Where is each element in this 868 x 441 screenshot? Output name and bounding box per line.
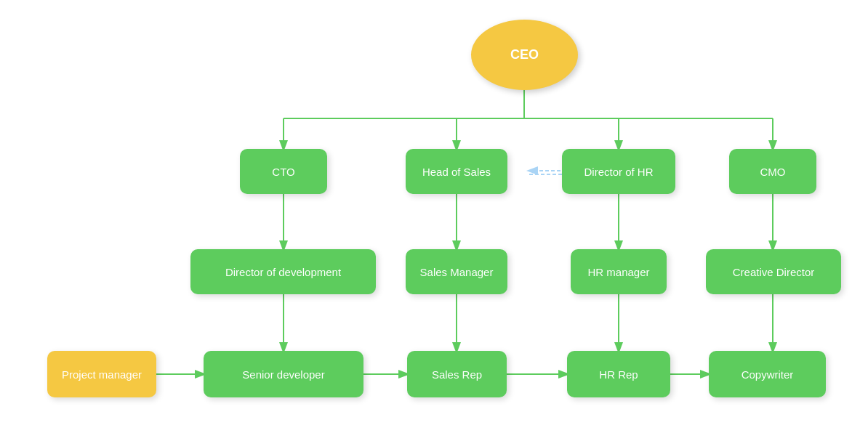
creative-director-label: Creative Director <box>733 266 815 278</box>
copywriter-label: Copywriter <box>742 368 794 381</box>
project-manager-node: Project manager <box>47 351 156 397</box>
director-dev-node: Director of development <box>190 249 376 294</box>
cto-node: CTO <box>240 149 327 194</box>
director-hr-node: Director of HR <box>562 149 675 194</box>
org-chart: CEO CTO Head of Sales Director of HR CMO… <box>0 0 868 441</box>
cto-label: CTO <box>272 166 294 178</box>
hr-rep-label: HR Rep <box>599 368 638 381</box>
ceo-label: CEO <box>510 47 539 62</box>
director-dev-label: Director of development <box>225 266 341 278</box>
hr-manager-label: HR manager <box>587 266 649 278</box>
hr-rep-node: HR Rep <box>567 351 670 397</box>
head-of-sales-node: Head of Sales <box>406 149 507 194</box>
sales-rep-node: Sales Rep <box>407 351 507 397</box>
creative-director-node: Creative Director <box>706 249 841 294</box>
cmo-node: CMO <box>729 149 816 194</box>
cmo-label: CMO <box>760 166 786 178</box>
senior-developer-node: Senior developer <box>204 351 363 397</box>
head-of-sales-label: Head of Sales <box>422 166 491 178</box>
project-manager-label: Project manager <box>62 368 142 381</box>
director-hr-label: Director of HR <box>584 166 653 178</box>
sales-manager-label: Sales Manager <box>420 266 494 278</box>
senior-developer-label: Senior developer <box>242 368 324 381</box>
sales-rep-label: Sales Rep <box>432 368 482 381</box>
sales-manager-node: Sales Manager <box>406 249 507 294</box>
hr-manager-node: HR manager <box>571 249 667 294</box>
ceo-node: CEO <box>471 20 578 90</box>
copywriter-node: Copywriter <box>709 351 826 397</box>
